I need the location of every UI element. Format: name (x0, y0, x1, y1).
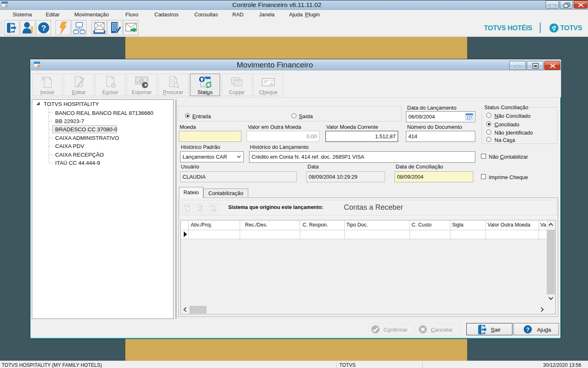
svg-text:?: ? (41, 23, 46, 32)
svg-text:?: ? (526, 326, 530, 333)
